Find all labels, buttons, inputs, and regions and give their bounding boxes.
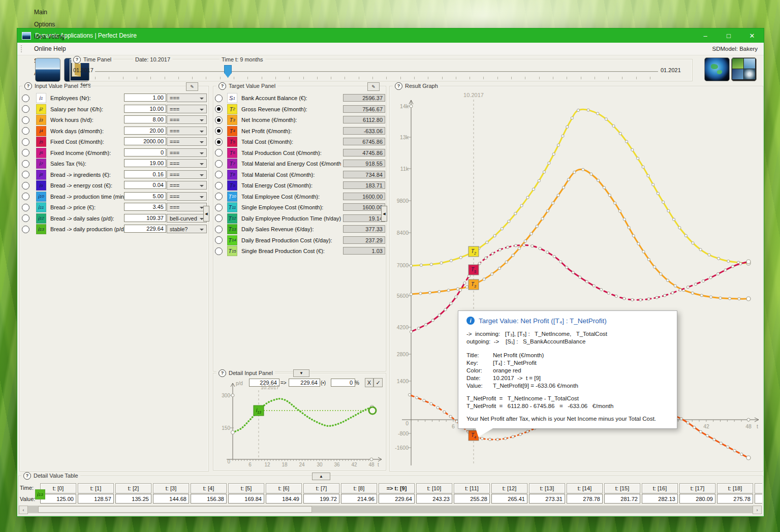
help-icon[interactable]: ? xyxy=(73,56,81,64)
detail-y-scale-handle[interactable] xyxy=(231,394,234,397)
input-value-i1[interactable]: 1.00 xyxy=(124,93,166,102)
target-radio-T5[interactable] xyxy=(215,138,223,146)
input-value-i7[interactable]: 19.00 xyxy=(124,159,166,167)
table-value-cell-11[interactable]: 255.28 xyxy=(454,494,490,504)
target-radio-T6[interactable] xyxy=(215,149,223,157)
input-mode-dropdown-i5[interactable]: === xyxy=(167,137,207,146)
input-value-i13[interactable]: 229.64 xyxy=(124,225,166,233)
detail-table-collapse-button[interactable]: ▲ xyxy=(312,473,330,480)
input-radio-i5[interactable] xyxy=(22,138,29,146)
scroll-left-button[interactable]: ‹ xyxy=(19,506,28,514)
series-end-point[interactable] xyxy=(746,297,751,301)
table-value-cell-13[interactable]: 273.31 xyxy=(529,494,565,504)
scenario-image-button[interactable] xyxy=(35,58,60,82)
input-value-i11[interactable]: 3.45 xyxy=(124,203,166,211)
input-radio-i2[interactable] xyxy=(22,105,29,113)
target-radio-T10[interactable] xyxy=(215,193,223,200)
input-mode-dropdown-i1[interactable]: === xyxy=(167,93,207,102)
input-radio-i13[interactable] xyxy=(22,226,29,233)
table-value-cell-6[interactable]: 184.49 xyxy=(266,494,302,504)
table-value-cell-2[interactable]: 135.25 xyxy=(115,494,151,504)
target-edit-pencil-button[interactable]: ✎ xyxy=(367,82,380,91)
input-radio-i11[interactable] xyxy=(22,204,29,211)
table-value-cell-10[interactable]: 243.23 xyxy=(416,494,452,504)
menu-item-options[interactable]: Options xyxy=(27,18,98,30)
target-radio-T4[interactable] xyxy=(215,127,223,135)
help-icon[interactable]: ? xyxy=(219,82,226,90)
target-radio-T7[interactable] xyxy=(215,160,223,168)
input-value-i12[interactable]: 109.37 xyxy=(124,214,166,222)
menu-item-idea-voting[interactable]: Idea Voting xyxy=(27,30,98,43)
input-radio-i6[interactable] xyxy=(22,149,29,157)
table-value-cell-12[interactable]: 265.41 xyxy=(491,494,527,504)
input-value-i6[interactable]: 0 xyxy=(124,148,166,157)
table-value-cell-14[interactable]: 278.78 xyxy=(567,494,603,504)
target-radio-T12[interactable] xyxy=(215,214,223,222)
input-radio-i7[interactable] xyxy=(22,160,29,168)
target-radio-T15[interactable] xyxy=(215,247,223,255)
table-value-cell-1[interactable]: 128.57 xyxy=(78,494,114,504)
menu-item-main[interactable]: Main xyxy=(27,6,98,18)
table-value-cell-17[interactable]: 280.09 xyxy=(679,494,715,504)
earth-image-button[interactable] xyxy=(704,57,730,81)
stable-target-ring[interactable] xyxy=(369,407,376,414)
close-button[interactable]: ✕ xyxy=(740,28,764,43)
maximize-button[interactable]: □ xyxy=(717,28,740,43)
target-radio-S1[interactable] xyxy=(215,95,223,102)
table-value-cell-5[interactable]: 169.84 xyxy=(228,494,264,504)
input-panel-collapse-handle[interactable]: ◀ xyxy=(203,206,209,222)
input-radio-i8[interactable] xyxy=(22,171,29,178)
target-radio-T2[interactable] xyxy=(215,105,223,113)
input-radio-i4[interactable] xyxy=(22,127,29,135)
target-radio-T9[interactable] xyxy=(215,182,223,190)
input-radio-i1[interactable] xyxy=(22,95,29,102)
input-mode-dropdown-i13[interactable]: stable? xyxy=(167,225,207,233)
table-value-cell-15[interactable]: 281.72 xyxy=(604,494,640,504)
table-value-cell-9[interactable]: 229.64 xyxy=(379,494,415,504)
target-radio-T3[interactable] xyxy=(215,116,223,124)
table-scrollbar-thumb[interactable] xyxy=(38,506,312,513)
input-radio-i9[interactable] xyxy=(22,182,29,190)
input-mode-dropdown-i10[interactable]: === xyxy=(167,192,207,201)
input-mode-dropdown-i11[interactable]: === xyxy=(167,203,207,211)
menu-item-online-help[interactable]: Online Help xyxy=(27,43,98,55)
help-icon[interactable]: ? xyxy=(219,369,226,377)
minimize-button[interactable]: – xyxy=(694,28,717,43)
detail-input-collapse-button[interactable]: ▼ xyxy=(293,369,309,377)
input-mode-dropdown-i4[interactable]: === xyxy=(167,127,207,135)
table-value-cell-0[interactable]: 125.00 xyxy=(40,494,76,504)
target-radio-T13[interactable] xyxy=(215,226,223,233)
x-axis-end-handle[interactable] xyxy=(747,418,750,421)
target-radio-T14[interactable] xyxy=(215,236,223,244)
input-mode-dropdown-i8[interactable]: === xyxy=(167,170,207,179)
table-value-cell-8[interactable]: 214.96 xyxy=(341,494,377,504)
input-value-i3[interactable]: 8.00 xyxy=(124,115,166,123)
input-mode-dropdown-i6[interactable]: === xyxy=(167,148,207,157)
input-value-i8[interactable]: 0.16 xyxy=(124,170,166,178)
input-radio-i10[interactable] xyxy=(22,193,29,200)
detail-x-end-handle[interactable] xyxy=(370,458,373,461)
input-value-i5[interactable]: 2000.00 xyxy=(124,137,166,145)
gallery-collage-button[interactable] xyxy=(731,57,757,81)
scroll-right-button[interactable]: › xyxy=(753,506,762,514)
input-radio-i3[interactable] xyxy=(22,116,29,124)
input-edit-pencil-button[interactable]: ✎ xyxy=(186,82,198,91)
table-value-cell-16[interactable]: 282.13 xyxy=(642,494,678,504)
input-mode-dropdown-i12[interactable]: bell-curved xyxy=(167,214,207,223)
table-value-cell-4[interactable]: 156.38 xyxy=(191,494,227,504)
input-value-i10[interactable]: 5.00 xyxy=(124,192,166,200)
input-value-i4[interactable]: 20.00 xyxy=(124,127,166,135)
detail-curve-start-point[interactable] xyxy=(231,431,235,434)
input-mode-dropdown-i2[interactable]: === xyxy=(167,105,207,113)
target-panel-collapse-handle[interactable]: ◀ xyxy=(381,206,387,222)
input-mode-dropdown-i3[interactable]: === xyxy=(167,115,207,124)
help-icon[interactable]: ? xyxy=(23,472,31,480)
target-radio-T11[interactable] xyxy=(215,204,223,211)
table-value-cell-3[interactable]: 144.68 xyxy=(153,494,189,504)
table-value-cell-18[interactable]: 275.78 xyxy=(717,494,753,504)
time-slider-track[interactable] xyxy=(95,71,658,73)
input-value-i2[interactable]: 10.00 xyxy=(124,105,166,113)
input-value-i9[interactable]: 0.04 xyxy=(124,181,166,189)
target-radio-T8[interactable] xyxy=(215,171,223,178)
input-mode-dropdown-i9[interactable]: === xyxy=(167,181,207,190)
